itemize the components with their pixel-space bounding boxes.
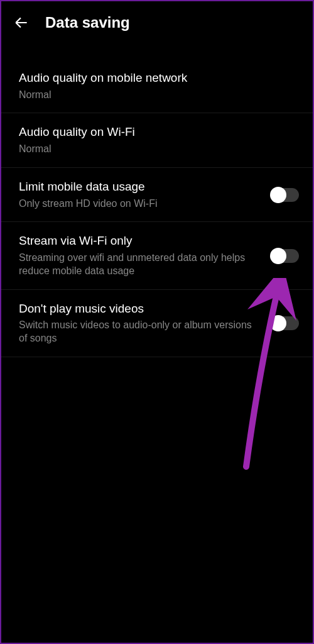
setting-title: Audio quality on mobile network [19,70,289,86]
setting-content: Audio quality on mobile network Normal [19,70,299,101]
setting-content: Audio quality on Wi-Fi Normal [19,125,299,155]
settings-list: Audio quality on mobile network Normal A… [1,43,313,357]
setting-title: Limit mobile data usage [19,179,261,195]
toggle-knob-icon [270,187,286,203]
page-title: Data saving [45,14,130,31]
setting-content: Limit mobile data usage Only stream HD v… [19,179,271,210]
setting-title: Stream via Wi-Fi only [19,233,261,249]
setting-subtitle: Streaming over wifi and unmetered data o… [19,252,261,278]
setting-stream-wifi-only[interactable]: Stream via Wi-Fi only Streaming over wif… [1,222,313,289]
back-button[interactable] [13,14,30,31]
header: Data saving [1,1,313,43]
toggle-dont-play-music-videos[interactable] [271,316,299,330]
toggle-stream-wifi-only[interactable] [271,249,299,263]
setting-subtitle: Switch music videos to audio-only or alb… [19,319,261,345]
setting-audio-quality-wifi[interactable]: Audio quality on Wi-Fi Normal [1,113,313,167]
setting-title: Audio quality on Wi-Fi [19,125,289,140]
setting-dont-play-music-videos[interactable]: Don't play music videos Switch music vid… [1,290,313,357]
setting-subtitle: Normal [19,143,289,156]
setting-content: Don't play music videos Switch music vid… [19,301,271,345]
toggle-limit-mobile-data[interactable] [271,188,299,202]
setting-title: Don't play music videos [19,301,261,317]
back-arrow-icon [13,14,30,31]
setting-subtitle: Only stream HD video on Wi-Fi [19,197,261,211]
setting-audio-quality-mobile[interactable]: Audio quality on mobile network Normal [1,59,313,113]
setting-limit-mobile-data[interactable]: Limit mobile data usage Only stream HD v… [1,168,313,222]
setting-subtitle: Normal [19,89,289,102]
setting-content: Stream via Wi-Fi only Streaming over wif… [19,233,271,277]
toggle-knob-icon [270,248,286,264]
toggle-knob-icon [270,315,286,331]
